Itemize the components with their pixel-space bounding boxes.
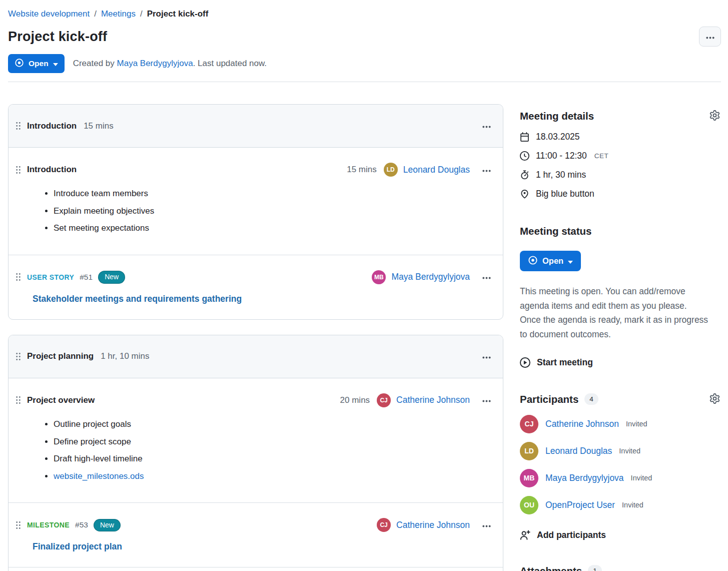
work-package-id: #53 [75,520,88,529]
agenda-section-more-button[interactable] [479,350,494,363]
kebab-icon [482,273,491,281]
agenda-item: MILESTONE#53NewCJCatherine JohnsonFinali… [9,503,503,567]
participants-settings-button[interactable] [708,392,721,406]
drag-handle-icon[interactable] [16,166,21,174]
participants-title: Participants [520,393,578,405]
agenda-section-duration: 1 hr, 10 mins [101,351,149,361]
meeting-duration-row: 1 hr, 30 mins [520,170,721,180]
meeting-location: Big blue button [536,189,594,199]
work-package-id: #51 [80,273,93,282]
participant-name-link[interactable]: Catherine Johnson [545,419,619,429]
gear-icon [709,110,720,122]
breadcrumb-link[interactable]: Website development [8,9,90,19]
avatar: MB [520,469,538,487]
avatar: CJ [377,393,391,407]
agenda-item: MILESTONE#60NewMBMaya BerdygylyjovaAppro… [9,567,503,571]
kebab-icon [482,122,491,130]
meeting-details-title: Meeting details [520,110,594,122]
person-add-icon [520,530,530,540]
meeting-details-settings-button[interactable] [708,109,721,123]
participant-name-link[interactable]: Leonard Douglas [545,446,612,456]
work-package-link[interactable]: Finalized project plan [33,541,122,552]
agenda-item: Introduction15 minsLDLeonard DouglasIntr… [9,148,503,255]
breadcrumb-link[interactable]: Meetings [101,9,136,19]
drag-handle-icon[interactable] [16,122,21,130]
meeting-page: Website development/Meetings/Project kic… [0,0,728,571]
agenda-section-duration: 15 mins [84,121,114,131]
meeting-details-section: Meeting details 18.03.2025 11:00 - 12:30… [520,109,721,199]
participant-status: Invited [619,447,640,455]
sidebar-status-label: Open [542,256,563,266]
work-package-link[interactable]: Stakeholder meetings and requirements ga… [33,294,242,304]
participant-status: Invited [626,420,647,428]
location-pin-icon [520,189,529,199]
agenda-section-header: Introduction15 mins [9,105,503,148]
presenter-link[interactable]: Catherine Johnson [396,395,470,405]
agenda-section-card: Project planning1 hr, 10 minsProject ove… [8,335,503,571]
kebab-icon [482,396,491,404]
participant-name-link[interactable]: OpenProject User [545,500,615,510]
agenda-item-notes: Outline project goalsDefine project scop… [16,418,494,483]
agenda-item-more-button[interactable] [479,163,494,177]
gear-icon [709,393,720,405]
updated-text: . Last updated now. [193,59,267,68]
meeting-status-dropdown[interactable]: Open [8,54,65,73]
avatar: CJ [520,415,538,433]
kebab-icon [482,166,491,174]
agenda-item-title: Project overview [27,395,95,405]
kebab-icon [482,521,491,529]
agenda-section-more-button[interactable] [479,119,494,133]
agenda-list: Introduction15 minsIntroduction15 minsLD… [8,104,503,571]
participant-row: MBMaya BerdygylyjovaInvited [520,469,721,487]
status-badge: New [98,271,125,284]
status-label: Open [29,59,49,68]
note-line: Outline project goals [54,418,494,431]
agenda-item-duration: 20 mins [340,395,370,405]
meeting-status-section: Meeting status Open This meeting is open… [520,225,721,368]
participants-section: Participants 4 CJCatherine JohnsonInvite… [520,392,721,540]
work-package-type: MILESTONE [27,521,70,529]
presenter-link[interactable]: Maya Berdygylyjova [391,272,470,282]
sidebar-status-dropdown[interactable]: Open [520,251,581,271]
header-divider [8,82,721,82]
participant-row: OUOpenProject UserInvited [520,496,721,514]
participants-list: CJCatherine JohnsonInvitedLDLeonard Doug… [520,415,721,514]
created-by-text: Created by [73,59,117,68]
attachment-link[interactable]: website_milestones.ods [54,471,144,481]
drag-handle-icon[interactable] [16,273,21,281]
breadcrumb-separator: / [140,9,143,19]
attachments-count-badge: 1 [588,565,602,571]
agenda-item-notes: Introduce team membersExplain meeting ob… [16,188,494,235]
agenda-item-more-button[interactable] [479,393,494,407]
meeting-meta: Created by Maya Berdygylyjova. Last upda… [73,59,267,69]
drag-handle-icon[interactable] [16,352,21,361]
start-meeting-button[interactable]: Start meeting [520,357,721,368]
author-link[interactable]: Maya Berdygylyjova [117,59,193,68]
agenda-item-duration: 15 mins [347,165,377,175]
agenda-item: USER STORY#51NewMBMaya BerdygylyjovaStak… [9,255,503,319]
meeting-date: 18.03.2025 [536,132,580,142]
meeting-status-description: This meeting is open. You can add/remove… [520,284,710,342]
meeting-duration: 1 hr, 30 mins [536,170,586,180]
agenda-item-more-button[interactable] [479,270,494,284]
meeting-sidebar: Meeting details 18.03.2025 11:00 - 12:30… [520,104,721,571]
kebab-icon [482,353,491,360]
agenda-item-more-button[interactable] [479,518,494,532]
participant-name-link[interactable]: Maya Berdygylyjova [545,473,624,483]
drag-handle-icon[interactable] [16,521,21,529]
meeting-location-row: Big blue button [520,189,721,199]
page-more-button[interactable] [699,27,721,47]
presenter-link[interactable]: Leonard Douglas [403,165,470,175]
add-participants-label: Add participants [537,530,606,540]
drag-handle-icon[interactable] [16,396,21,404]
avatar: OU [520,496,538,514]
stopwatch-icon [520,170,529,180]
avatar: CJ [377,518,391,532]
agenda-section-title: Introduction [27,121,77,131]
note-line: Draft high-level timeline [54,453,494,465]
meeting-date-row: 18.03.2025 [520,132,721,142]
status-open-icon [528,255,538,267]
agenda-item: Project overview20 minsCJCatherine Johns… [9,378,503,503]
add-participants-button[interactable]: Add participants [520,530,721,540]
presenter-link[interactable]: Catherine Johnson [396,520,470,530]
